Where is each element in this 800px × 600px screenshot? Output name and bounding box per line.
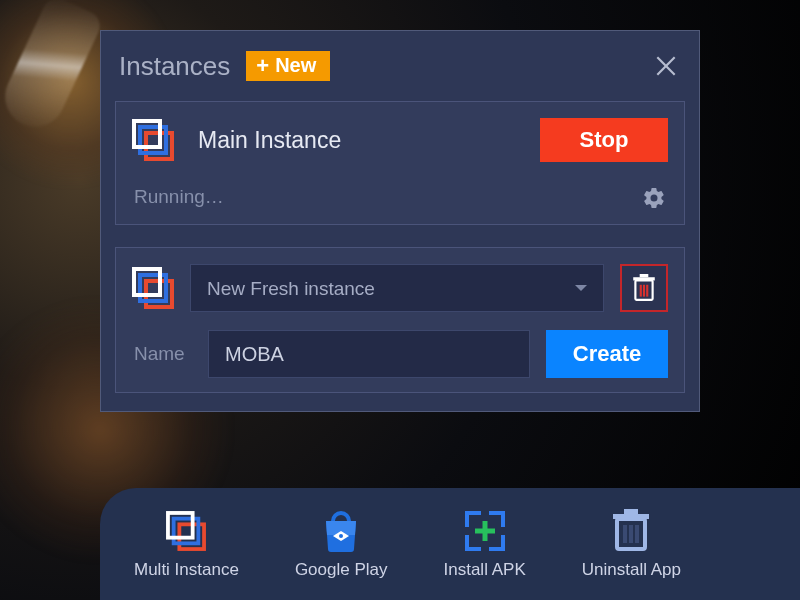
toolbar-label: Google Play [295, 560, 388, 580]
uninstall-app-button[interactable]: Uninstall App [582, 508, 681, 580]
install-apk-button[interactable]: Install APK [444, 508, 526, 580]
instance-card: Main Instance Stop Running… [115, 101, 685, 225]
shopping-bag-icon [320, 508, 362, 554]
multi-instance-icon [165, 508, 207, 554]
create-button[interactable]: Create [546, 330, 668, 378]
toolbar-label: Multi Instance [134, 560, 239, 580]
svg-rect-4 [640, 274, 649, 277]
stop-button[interactable]: Stop [540, 118, 668, 162]
template-select[interactable]: New Fresh instance [190, 264, 604, 312]
svg-rect-3 [633, 277, 655, 280]
multi-instance-button[interactable]: Multi Instance [134, 508, 239, 580]
close-icon[interactable] [649, 49, 683, 83]
instance-stack-icon [132, 119, 174, 161]
instance-status: Running… [134, 186, 224, 208]
install-apk-icon [463, 508, 507, 554]
instance-name: Main Instance [192, 127, 522, 154]
modal-header: Instances + New [115, 43, 685, 97]
google-play-button[interactable]: Google Play [295, 508, 388, 580]
trash-icon [611, 508, 651, 554]
name-label: Name [132, 343, 192, 365]
instance-stack-icon [132, 267, 174, 309]
new-instance-button[interactable]: + New [246, 51, 330, 81]
instances-modal: Instances + New Main Instance Stop Runni… [100, 30, 700, 412]
svg-rect-13 [624, 509, 638, 514]
svg-point-8 [339, 534, 343, 538]
create-instance-card: New Fresh instance Name Crea [115, 247, 685, 393]
plus-icon: + [256, 55, 269, 77]
modal-title: Instances [119, 51, 230, 82]
delete-button[interactable] [620, 264, 668, 312]
gear-icon[interactable] [642, 184, 668, 210]
new-instance-label: New [275, 54, 316, 77]
name-input[interactable] [208, 330, 530, 378]
svg-rect-12 [613, 514, 649, 519]
template-select-wrap: New Fresh instance [190, 264, 604, 312]
toolbar-label: Uninstall App [582, 560, 681, 580]
toolbar-label: Install APK [444, 560, 526, 580]
bottom-toolbar: Multi Instance Google Play Install APK [100, 488, 800, 600]
